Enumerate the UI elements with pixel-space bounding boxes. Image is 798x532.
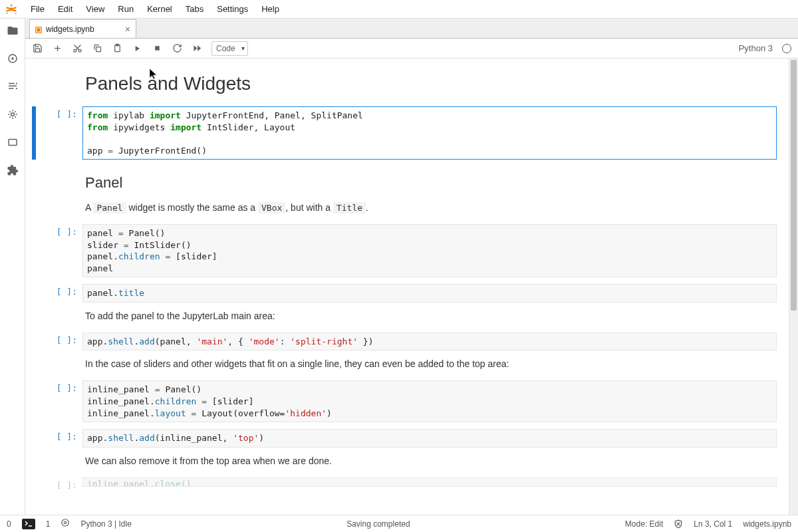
svg-rect-10 bbox=[37, 28, 41, 31]
save-icon[interactable] bbox=[32, 43, 43, 54]
notebook-file-icon bbox=[35, 26, 42, 33]
code-cell-2[interactable]: [ ]: panel = Panel() slider = IntSlider(… bbox=[32, 224, 777, 277]
notebook-toolbar: Code Python 3 bbox=[25, 39, 798, 59]
menu-tabs[interactable]: Tabs bbox=[179, 1, 210, 17]
code-cell-4[interactable]: [ ]: app.shell.add(panel, 'main', { 'mod… bbox=[32, 332, 777, 351]
kernel-sessions-icon[interactable] bbox=[61, 518, 70, 529]
copy-icon[interactable] bbox=[92, 43, 102, 54]
cell-prompt: [ ]: bbox=[36, 284, 82, 303]
running-terminals-icon[interactable] bbox=[6, 52, 19, 65]
code-cell-3[interactable]: [ ]: panel.title bbox=[32, 284, 777, 303]
code-editor[interactable]: inline_panel = Panel() inline_panel.chil… bbox=[82, 380, 777, 422]
heading-panel: Panel bbox=[85, 174, 777, 192]
svg-point-6 bbox=[15, 88, 17, 89]
cell-prompt: [ ]: bbox=[36, 429, 82, 448]
cell-prompt: [ ]: bbox=[36, 332, 82, 351]
menu-file[interactable]: File bbox=[24, 1, 51, 17]
cell-prompt: [ ]: bbox=[36, 106, 82, 160]
svg-point-5 bbox=[15, 82, 17, 84]
svg-rect-8 bbox=[9, 140, 17, 146]
menu-edit[interactable]: Edit bbox=[51, 1, 79, 17]
code-cell-1[interactable]: [ ]: from ipylab import JupyterFrontEnd,… bbox=[32, 106, 777, 160]
paragraph-add-main: To add the panel to the JupyterLab main … bbox=[85, 309, 777, 323]
menu-kernel[interactable]: Kernel bbox=[140, 1, 179, 17]
svg-point-12 bbox=[78, 49, 81, 52]
cell-type-label: Code bbox=[216, 44, 235, 53]
svg-point-11 bbox=[73, 49, 76, 52]
menu-view[interactable]: View bbox=[79, 1, 111, 17]
file-browser-icon[interactable] bbox=[6, 24, 19, 37]
paragraph-panel-desc: A Panel widget is mostly the same as a V… bbox=[85, 201, 777, 215]
status-kernel[interactable]: Python 3 | Idle bbox=[80, 519, 132, 529]
code-editor[interactable]: panel.title bbox=[82, 284, 777, 303]
svg-point-17 bbox=[65, 521, 67, 524]
left-activity-bar bbox=[0, 19, 25, 515]
cut-icon[interactable] bbox=[72, 43, 82, 54]
svg-rect-4 bbox=[11, 58, 13, 60]
code-editor[interactable]: from ipylab import JupyterFrontEnd, Pane… bbox=[82, 106, 777, 160]
status-kernels-count[interactable]: 1 bbox=[46, 519, 51, 529]
svg-point-2 bbox=[15, 13, 17, 14]
status-bar: 0 1 Python 3 | Idle Saving completed Mod… bbox=[0, 515, 798, 532]
status-mode[interactable]: Mode: Edit bbox=[625, 519, 663, 529]
run-icon[interactable] bbox=[132, 43, 142, 54]
code-editor[interactable]: app.shell.add(panel, 'main', { 'mode': '… bbox=[82, 332, 777, 351]
kernel-status-icon[interactable] bbox=[782, 44, 791, 53]
tab-label: widgets.ipynb bbox=[46, 25, 94, 34]
stop-icon[interactable] bbox=[152, 43, 162, 54]
code-cell-5[interactable]: [ ]: inline_panel = Panel() inline_panel… bbox=[32, 380, 777, 422]
svg-point-1 bbox=[6, 12, 7, 13]
scrollbar[interactable] bbox=[789, 59, 798, 515]
tab-close-icon[interactable]: × bbox=[125, 24, 130, 35]
svg-rect-16 bbox=[155, 46, 160, 51]
jupyter-logo bbox=[4, 2, 19, 17]
svg-point-18 bbox=[62, 519, 69, 527]
tabs-icon[interactable] bbox=[6, 136, 19, 149]
paragraph-remove-top: We can also remove it from the top area … bbox=[85, 454, 777, 468]
svg-point-0 bbox=[11, 4, 13, 5]
terminal-icon[interactable] bbox=[22, 519, 35, 529]
mouse-cursor-icon bbox=[149, 68, 158, 80]
status-file[interactable]: widgets.ipynb bbox=[743, 519, 791, 529]
menu-settings[interactable]: Settings bbox=[210, 1, 255, 17]
extensions-icon[interactable] bbox=[6, 164, 19, 177]
cell-prompt: [ ]: bbox=[36, 380, 82, 422]
code-cell-6[interactable]: [ ]: app.shell.add(inline_panel, 'top') bbox=[32, 429, 777, 448]
restart-icon[interactable] bbox=[172, 43, 182, 54]
status-terminals-count[interactable]: 0 bbox=[7, 519, 11, 529]
scrollbar-thumb[interactable] bbox=[791, 60, 797, 311]
cell-prompt: [ ]: bbox=[36, 224, 82, 277]
commands-icon[interactable] bbox=[6, 80, 19, 93]
code-editor[interactable]: panel = Panel() slider = IntSlider() pan… bbox=[82, 224, 777, 277]
paragraph-single-line: In the case of sliders and other widgets… bbox=[85, 357, 777, 371]
heading-panels-widgets: Panels and Widgets bbox=[85, 73, 777, 94]
kernel-name[interactable]: Python 3 bbox=[739, 43, 773, 53]
trusted-icon[interactable] bbox=[674, 519, 683, 529]
status-cursor[interactable]: Ln 3, Col 1 bbox=[694, 519, 732, 529]
notebook-area[interactable]: Panels and Widgets [ ]: from ipylab impo… bbox=[25, 59, 789, 515]
code-editor[interactable]: app.shell.add(inline_panel, 'top') bbox=[82, 429, 777, 448]
add-cell-icon[interactable] bbox=[52, 43, 63, 54]
tab-widgets-ipynb[interactable]: widgets.ipynb × bbox=[29, 19, 136, 38]
menu-run[interactable]: Run bbox=[111, 1, 140, 17]
cell-type-select[interactable]: Code bbox=[211, 41, 248, 56]
code-cell-7[interactable]: [ ]: inline_panel.close() bbox=[32, 477, 777, 490]
code-editor[interactable]: inline_panel.close() bbox=[82, 477, 777, 487]
menu-bar: File Edit View Run Kernel Tabs Settings … bbox=[0, 0, 798, 19]
menu-help[interactable]: Help bbox=[255, 1, 286, 17]
svg-rect-13 bbox=[96, 47, 100, 52]
cell-prompt: [ ]: bbox=[36, 477, 82, 490]
status-saving: Saving completed bbox=[346, 519, 410, 529]
run-all-icon[interactable] bbox=[192, 43, 202, 54]
svg-point-7 bbox=[11, 113, 14, 116]
property-inspector-icon[interactable] bbox=[6, 108, 19, 121]
paste-icon[interactable] bbox=[112, 43, 122, 54]
document-tabs: widgets.ipynb × bbox=[25, 19, 798, 39]
